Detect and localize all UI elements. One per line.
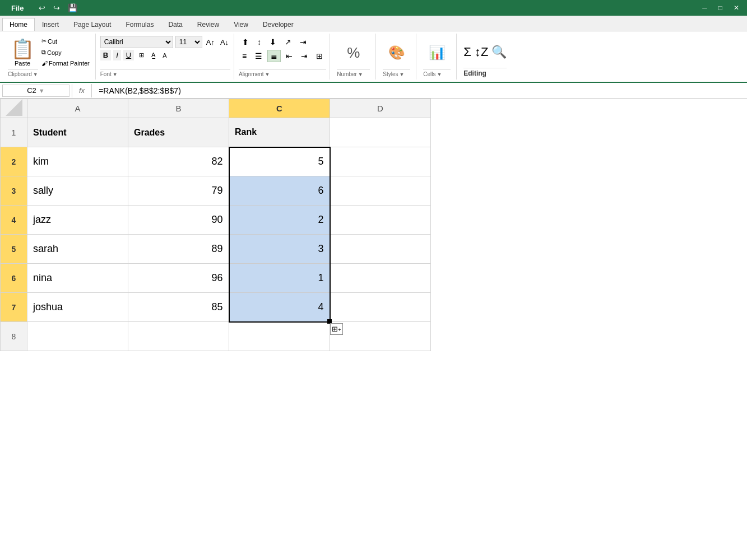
cell-D5[interactable] (330, 235, 431, 264)
cell-B8[interactable] (128, 322, 229, 351)
cell-C7[interactable]: 4 ⊞+ (229, 293, 330, 322)
cell-C8[interactable] (229, 322, 330, 351)
cell-A2[interactable]: kim (27, 147, 128, 176)
align-left-button[interactable]: ≡ (239, 50, 250, 62)
row-number-5[interactable]: 5 (1, 235, 27, 264)
close-button[interactable]: ✕ (729, 3, 744, 13)
number-group-label[interactable]: Number ▼ (337, 69, 370, 77)
alignment-group-label[interactable]: Alignment ▼ (239, 69, 326, 77)
cell-C4[interactable]: 2 (229, 206, 330, 235)
format-painter-button[interactable]: 🖌 Format Painter (39, 59, 92, 68)
tab-data[interactable]: Data (161, 18, 189, 31)
col-header-D[interactable]: D (330, 99, 431, 118)
bold-button[interactable]: B (100, 50, 111, 60)
cell-D1[interactable] (330, 118, 431, 147)
align-center-button[interactable]: ☰ (252, 50, 266, 62)
sigma-icon[interactable]: Σ (463, 45, 471, 59)
row-number-1[interactable]: 1 (1, 118, 27, 147)
font-name-select[interactable]: Calibri (100, 36, 173, 48)
cell-D8[interactable] (330, 322, 431, 351)
col-header-C[interactable]: C (229, 99, 330, 118)
underline-button[interactable]: U (123, 50, 134, 60)
clipboard-group-label[interactable]: Clipboard ▼ (8, 69, 38, 77)
cell-B6[interactable]: 96 (128, 264, 229, 293)
cell-D4[interactable] (330, 206, 431, 235)
cut-button[interactable]: ✂ Cut (39, 36, 92, 46)
align-top-button[interactable]: ⬆ (239, 36, 252, 48)
cell-C6[interactable]: 1 (229, 264, 330, 293)
cell-A6[interactable]: nina (27, 264, 128, 293)
cell-D7[interactable] (330, 293, 431, 322)
redo-icon[interactable]: ↪ (52, 3, 62, 13)
text-angle-button[interactable]: ↗ (281, 36, 295, 48)
cell-C1[interactable]: Rank (229, 118, 330, 147)
cell-B5[interactable]: 89 (128, 235, 229, 264)
cell-A4[interactable]: jazz (27, 206, 128, 235)
col-header-A[interactable]: A (27, 99, 128, 118)
tab-developer[interactable]: Developer (256, 18, 301, 31)
restore-button[interactable]: □ (714, 3, 727, 13)
formula-input[interactable]: =RANK(B2,$B$2:$B$7) (94, 86, 745, 95)
tab-formulas[interactable]: Formulas (118, 18, 161, 31)
decrease-font-button[interactable]: A↓ (219, 38, 230, 47)
undo-icon[interactable]: ↩ (37, 3, 47, 13)
styles-group-label[interactable]: Styles ▼ (383, 69, 410, 77)
cell-D6[interactable] (330, 264, 431, 293)
autofill-options-icon[interactable]: ⊞+ (330, 323, 342, 335)
find-icon[interactable]: 🔍 (491, 45, 507, 59)
tab-insert[interactable]: Insert (35, 18, 66, 31)
cell-B4[interactable]: 90 (128, 206, 229, 235)
paste-button[interactable]: 📋 Paste (8, 36, 37, 68)
cell-D2[interactable] (330, 147, 431, 176)
row-number-3[interactable]: 3 (1, 176, 27, 206)
tab-review[interactable]: Review (190, 18, 226, 31)
styles-group: 🎨 Styles ▼ (377, 34, 416, 80)
tab-home[interactable]: Home (2, 18, 35, 31)
font-color-button[interactable]: A (160, 52, 169, 59)
minimize-button[interactable]: ─ (698, 3, 712, 13)
row-number-2[interactable]: 2 (1, 147, 27, 176)
merge-center-button[interactable]: ⊞ (313, 50, 326, 62)
cell-A8[interactable] (27, 322, 128, 351)
cell-D3[interactable] (330, 176, 431, 206)
row-number-6[interactable]: 6 (1, 264, 27, 293)
cell-A3[interactable]: sally (27, 176, 128, 206)
cell-B2[interactable]: 82 (128, 147, 229, 176)
italic-button[interactable]: I (113, 50, 121, 60)
cell-A7[interactable]: joshua (27, 293, 128, 322)
align-bottom-button[interactable]: ⬇ (266, 36, 280, 48)
cell-reference-box[interactable]: C2 ▼ (2, 85, 69, 97)
fill-color-button[interactable]: A̲ (149, 51, 158, 59)
row-number-8[interactable]: 8 (1, 322, 27, 351)
clipboard-expand-icon: ▼ (33, 72, 38, 77)
increase-font-button[interactable]: A↑ (205, 38, 216, 47)
indent-increase-button[interactable]: ⇥ (298, 50, 311, 62)
file-menu-button[interactable]: File (3, 1, 31, 15)
cell-A1[interactable]: Student (27, 118, 128, 147)
align-middle-button[interactable]: ↕ (254, 36, 265, 48)
indent-decrease-button[interactable]: ⇤ (282, 50, 296, 62)
cell-ref-dropdown-icon[interactable]: ▼ (39, 87, 45, 94)
cell-C5[interactable]: 3 (229, 235, 330, 264)
sort-icon[interactable]: ↕Z (475, 45, 488, 59)
cells-group-label[interactable]: Cells ▼ (423, 69, 451, 77)
border-button[interactable]: ⊞ (136, 50, 147, 60)
cell-B3[interactable]: 79 (128, 176, 229, 206)
cell-B7[interactable]: 85 (128, 293, 229, 322)
copy-button[interactable]: ⧉ Copy (39, 48, 92, 57)
cell-B1[interactable]: Grades (128, 118, 229, 147)
save-icon[interactable]: 💾 (66, 3, 79, 13)
row-number-7[interactable]: 7 (1, 293, 27, 322)
cell-A5[interactable]: sarah (27, 235, 128, 264)
table-row: 7 joshua 85 4 ⊞+ (1, 293, 431, 322)
cell-C2[interactable]: 5 (229, 147, 330, 176)
font-group-label[interactable]: Font ▼ (100, 69, 230, 77)
tab-page-layout[interactable]: Page Layout (66, 18, 118, 31)
align-right-button[interactable]: ≣ (267, 50, 281, 62)
font-size-select[interactable]: 11 (175, 36, 202, 48)
cell-C3[interactable]: 6 (229, 176, 330, 206)
row-number-4[interactable]: 4 (1, 206, 27, 235)
tab-view[interactable]: View (226, 18, 256, 31)
wrap-text-button[interactable]: ⇥ (296, 36, 310, 48)
col-header-B[interactable]: B (128, 99, 229, 118)
